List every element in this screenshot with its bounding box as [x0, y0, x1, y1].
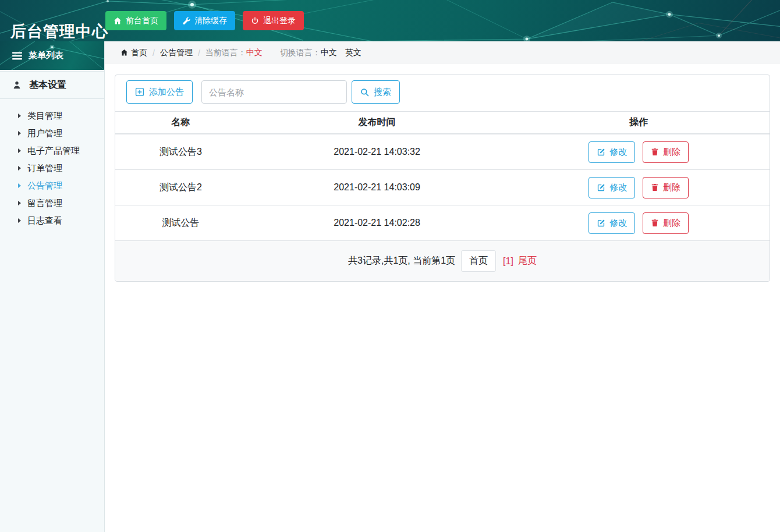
notice-name: 测试公告2 [115, 170, 246, 205]
sidebar: 菜单列表 基本设置 类目管理 用户管理 电子产品管理 订单管理 公告管理 [0, 41, 105, 532]
pagination-summary: 共3记录,共1页, 当前第1页 [348, 255, 455, 267]
language-link-chinese[interactable]: 中文 [321, 48, 337, 58]
delete-label: 删除 [663, 182, 680, 193]
language-link-english[interactable]: 英文 [345, 48, 361, 58]
trash-icon [651, 183, 659, 192]
search-label: 搜索 [374, 87, 391, 98]
sidebar-item-label: 类目管理 [27, 111, 62, 122]
power-icon [251, 17, 259, 25]
caret-right-icon [18, 148, 21, 153]
edit-button[interactable]: 修改 [588, 177, 635, 198]
front-home-button[interactable]: 前台首页 [105, 11, 166, 30]
sidebar-item-orders[interactable]: 订单管理 [0, 159, 104, 177]
column-header-time: 发布时间 [246, 112, 508, 134]
toolbar: 添加公告 搜索 [115, 75, 770, 111]
table-header-row: 名称 发布时间 操作 [115, 112, 770, 134]
breadcrumb-section[interactable]: 公告管理 [160, 48, 193, 58]
menu-list-label: 菜单列表 [29, 50, 63, 61]
pagination-bar: 共3记录,共1页, 当前第1页 首页 [1] 尾页 [115, 241, 770, 281]
current-language-label: 当前语言： [205, 48, 246, 58]
breadcrumb-home[interactable]: 首页 [120, 48, 147, 58]
caret-right-icon [18, 131, 21, 136]
breadcrumb: 首页 / 公告管理 / 当前语言： 中文 切换语言： 中文 英文 [105, 41, 780, 64]
search-button[interactable]: 搜索 [352, 80, 400, 104]
notice-name: 测试公告3 [115, 134, 246, 170]
sidebar-item-logs[interactable]: 日志查看 [0, 212, 104, 229]
sidebar-item-users[interactable]: 用户管理 [0, 125, 104, 142]
clear-cache-label: 清除缓存 [194, 16, 227, 26]
person-icon [12, 80, 22, 90]
notice-time: 2021-02-21 14:03:09 [246, 170, 508, 205]
sidebar-group-basic-settings[interactable]: 基本设置 [0, 71, 104, 99]
add-notice-label: 添加公告 [149, 87, 184, 98]
last-page-link[interactable]: 尾页 [518, 255, 537, 267]
caret-right-icon [18, 218, 21, 223]
table-row: 测试公告2 2021-02-21 14:03:09 修改 删除 [115, 170, 770, 205]
table-row: 测试公告 2021-02-21 14:02:28 修改 删除 [115, 205, 770, 241]
top-header: 后台管理中心 前台首页 清除缓存 退出登录 [0, 0, 780, 41]
clear-cache-button[interactable]: 清除缓存 [174, 11, 235, 30]
notice-time: 2021-02-21 14:03:32 [246, 134, 508, 170]
logout-label: 退出登录 [263, 16, 296, 26]
trash-icon [651, 148, 659, 157]
plus-square-icon [135, 87, 144, 97]
menu-list-header: 菜单列表 [0, 41, 104, 70]
delete-button[interactable]: 删除 [643, 141, 689, 163]
sidebar-group-label: 基本设置 [29, 79, 66, 91]
delete-button[interactable]: 删除 [643, 212, 689, 234]
caret-right-icon [18, 166, 21, 171]
front-home-label: 前台首页 [126, 16, 158, 26]
edit-button[interactable]: 修改 [588, 212, 635, 234]
house-icon [120, 49, 128, 56]
sidebar-item-notices[interactable]: 公告管理 [0, 177, 104, 194]
sidebar-item-label: 公告管理 [27, 180, 62, 191]
edit-label: 修改 [609, 182, 627, 193]
table-row: 测试公告3 2021-02-21 14:03:32 修改 删除 [115, 134, 770, 170]
first-page-button[interactable]: 首页 [461, 250, 496, 272]
breadcrumb-separator: / [153, 48, 155, 58]
column-header-actions: 操作 [508, 112, 770, 134]
row-actions: 修改 删除 [508, 205, 770, 241]
page-title: 后台管理中心 [10, 21, 108, 42]
home-icon [114, 17, 122, 25]
edit-label: 修改 [609, 218, 627, 229]
pencil-square-icon [597, 219, 605, 228]
sidebar-item-messages[interactable]: 留言管理 [0, 194, 104, 212]
row-actions: 修改 删除 [508, 134, 770, 170]
breadcrumb-separator: / [198, 48, 200, 58]
notice-name: 测试公告 [115, 205, 246, 241]
notice-time: 2021-02-21 14:02:28 [246, 205, 508, 241]
edit-label: 修改 [609, 147, 627, 158]
sidebar-item-label: 订单管理 [27, 163, 62, 174]
search-icon [360, 88, 369, 97]
add-notice-button[interactable]: 添加公告 [126, 80, 193, 104]
sidebar-item-products[interactable]: 电子产品管理 [0, 142, 104, 159]
sidebar-item-label: 用户管理 [27, 128, 62, 139]
delete-label: 删除 [663, 218, 680, 229]
pencil-square-icon [597, 148, 605, 157]
notice-panel: 添加公告 搜索 名称 发布时间 操作 测试公告3 2021-02-21 14:0… [115, 75, 770, 282]
current-language-value: 中文 [246, 48, 263, 58]
delete-button[interactable]: 删除 [643, 177, 689, 198]
sidebar-item-label: 日志查看 [27, 215, 62, 226]
caret-right-icon [18, 183, 21, 188]
switch-language-label: 切换语言： [280, 48, 321, 58]
wrench-icon [182, 17, 190, 25]
caret-right-icon [18, 114, 21, 118]
current-page-indicator: [1] [503, 256, 513, 267]
caret-right-icon [18, 201, 21, 205]
row-actions: 修改 删除 [508, 170, 770, 205]
sidebar-menu: 类目管理 用户管理 电子产品管理 订单管理 公告管理 留言管理 日志查看 [0, 99, 104, 229]
header-button-group: 前台首页 清除缓存 退出登录 [105, 11, 304, 30]
column-header-name: 名称 [115, 112, 246, 134]
logout-button[interactable]: 退出登录 [243, 11, 304, 30]
sidebar-item-label: 留言管理 [27, 198, 62, 209]
notice-table: 名称 发布时间 操作 测试公告3 2021-02-21 14:03:32 修改 [115, 111, 770, 241]
pencil-square-icon [597, 183, 605, 192]
breadcrumb-home-label: 首页 [131, 48, 147, 58]
notice-name-input[interactable] [201, 80, 347, 104]
edit-button[interactable]: 修改 [588, 141, 635, 163]
sidebar-item-label: 电子产品管理 [27, 146, 80, 157]
trash-icon [651, 219, 659, 228]
sidebar-item-category[interactable]: 类目管理 [0, 107, 104, 125]
